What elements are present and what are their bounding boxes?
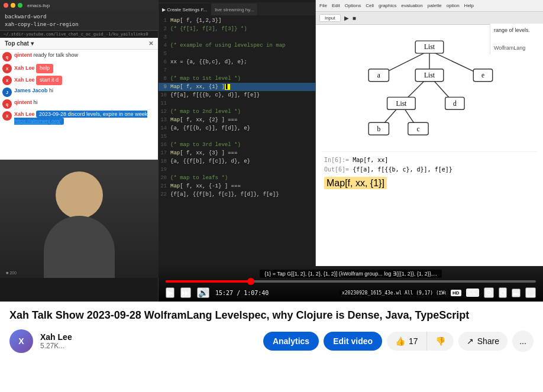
- code-line: 10{f[a], f[{{b, c}, d}], f[e]}: [159, 91, 315, 99]
- chat-username: Xah Lee: [14, 111, 35, 117]
- like-count: 17: [409, 336, 418, 346]
- menu-options[interactable]: Options: [345, 3, 361, 8]
- thumbs-down-icon: 👎: [435, 336, 445, 346]
- emacs-titlebar: emacs-livp: [0, 0, 158, 11]
- toolbar-run-icon[interactable]: ▶: [344, 15, 349, 21]
- left-panel: emacs-livp backward-word xah-copy-line-o…: [0, 0, 159, 302]
- output-out-label: Out[6]= {f[a], f[{{b, c}, d}], f[e]}: [324, 165, 535, 174]
- avatar: q: [2, 52, 12, 61]
- code-line: 14{a, {f[{b, c}], f[d]}, e}: [159, 124, 315, 132]
- quality-badge: HD: [451, 290, 461, 296]
- caption-overlay: {1} = Tap G[{1, 2}, {1, 2}, {1, 2}] (λWo…: [260, 270, 442, 278]
- menu-evaluation[interactable]: evaluation: [401, 3, 422, 8]
- chat-header[interactable]: Top chat ▾ ✕: [0, 38, 158, 50]
- analytics-button[interactable]: Analytics: [263, 332, 319, 351]
- controls-row: ▶ ⏭ 🔊 15:27 / 1:07:40 x20230928_1615_43e…: [166, 287, 536, 298]
- code-line: 7: [159, 66, 315, 74]
- person-face: [56, 171, 103, 219]
- code-line-active: 9Map[ f, xx, {1} ]▌: [159, 83, 315, 91]
- toolbar-input[interactable]: Input: [319, 14, 341, 22]
- menu-graphics[interactable]: graphics: [379, 3, 396, 8]
- code-line: 17Map[ f, xx, {3} ] ===: [159, 149, 315, 157]
- output-highlight-expr: Map[f, xx, {1}]: [324, 177, 387, 189]
- video-title: Xah Talk Show 2023-09-28 WolframLang Lev…: [9, 309, 534, 322]
- play-pause-button[interactable]: ▶: [166, 287, 174, 298]
- avatar: X: [2, 76, 12, 85]
- emacs-title: emacs-livp: [27, 3, 50, 8]
- chat-expand-icon[interactable]: ✕: [148, 40, 153, 47]
- share-button[interactable]: ↗ Share: [458, 332, 508, 351]
- code-line: 6xx = {a, {{b,c}, d}, e};: [159, 58, 315, 66]
- menu-edit[interactable]: Edit: [332, 3, 340, 8]
- code-line: 12(* map to 2nd level *): [159, 108, 315, 116]
- output-highlight-row: Map[f, xx, {1}]: [324, 178, 535, 189]
- captions-button[interactable]: CC: [466, 289, 479, 297]
- chat-message: help: [36, 64, 53, 73]
- share-icon: ↗: [467, 336, 474, 346]
- code-line: 11: [159, 99, 315, 108]
- editor-tabs: ▶ Create Settings F... live streaming hy…: [159, 2, 315, 15]
- menu-help[interactable]: Help: [464, 3, 474, 8]
- list-item: q qintent ready for talk show: [2, 52, 156, 61]
- code-line: 19: [159, 166, 315, 174]
- tab-code[interactable]: ▶ Create Settings F...: [159, 4, 211, 15]
- edit-video-button[interactable]: Edit video: [324, 332, 382, 351]
- avatar: q: [2, 99, 12, 109]
- list-item: q qintent hi: [2, 99, 156, 109]
- code-line: 3: [159, 33, 315, 41]
- menu-palette[interactable]: palette: [428, 3, 442, 8]
- theater-button[interactable]: ▬: [512, 289, 521, 297]
- code-line: 13Map[ f, xx, {2} ] ===: [159, 116, 315, 124]
- menu-option[interactable]: option: [447, 3, 460, 8]
- svg-text:c: c: [416, 125, 419, 132]
- channel-row: X Xah Lee 5.27K... Analytics Edit video …: [9, 329, 534, 353]
- settings-button[interactable]: ⚙: [484, 287, 494, 298]
- channel-avatar[interactable]: X: [9, 329, 33, 353]
- tab-wolfram[interactable]: live streaming hy...: [211, 4, 258, 15]
- code-line: 1Map[ f, {1,2,3}]: [159, 17, 315, 25]
- menu-cell[interactable]: Cell: [366, 3, 374, 8]
- sidebar-range-text: range of levels.: [494, 27, 539, 33]
- person-body: [44, 216, 115, 278]
- channel-name[interactable]: Xah Lee: [40, 332, 72, 342]
- toolbar-stop-icon[interactable]: ■: [353, 15, 356, 21]
- avatar: J: [2, 88, 12, 97]
- video-controls: {1} = Tap G[{1, 2}, {1, 2}, {1, 2}] (λWo…: [159, 265, 543, 302]
- volume-button[interactable]: 🔊: [197, 287, 209, 298]
- chat-username: James Jacob: [14, 88, 48, 93]
- code-line: 8(* map to 1st level *): [159, 74, 315, 83]
- wolfram-notebook: File Edit Options Cell graphics evaluati…: [315, 0, 543, 266]
- svg-text:d: d: [453, 100, 457, 107]
- controls-left: ▶ ⏭ 🔊 15:27 / 1:07:40: [166, 287, 269, 298]
- code-line: 4(* example of using levelspec in map: [159, 41, 315, 50]
- sidebar-brand: WolframLang: [494, 45, 539, 51]
- chat-message: ready for talk show: [34, 52, 79, 58]
- more-options-button[interactable]: ...: [512, 331, 534, 352]
- thumbs-up-icon: 👍: [395, 336, 405, 346]
- chat-username: qintent: [14, 52, 32, 58]
- output-in-label: In[6]:= Map[f, xx]: [324, 155, 535, 165]
- progress-bar[interactable]: [166, 280, 536, 283]
- output-out-code: {f[a], f[{{b, c}, d}], f[e]}: [353, 166, 452, 173]
- emacs-cmd1: backward-word: [5, 13, 153, 21]
- svg-text:List: List: [396, 100, 408, 107]
- avatar: X: [2, 64, 12, 73]
- channel-subscribers: 5.27K...: [40, 342, 72, 350]
- keyboard-label: ■ 200: [6, 271, 17, 275]
- dislike-button[interactable]: 👎: [427, 332, 454, 351]
- code-lines: 1Map[ f, {1,2,3}] 2(* {f[1], f[2], f[3]}…: [159, 15, 315, 264]
- chapter-label: x20230928_1615_43e.wl All (9,17) (ΣWolfr…: [340, 290, 446, 296]
- menu-file[interactable]: File: [319, 3, 327, 8]
- fullscreen-button[interactable]: ⛶: [525, 287, 536, 298]
- next-button[interactable]: ⏭: [180, 287, 191, 298]
- like-button[interactable]: 👍 17: [387, 332, 427, 351]
- wolfram-sidebar: range of levels. WolframLang: [490, 24, 543, 54]
- chat-message: hi: [49, 88, 53, 93]
- progress-fill: [166, 280, 251, 283]
- wolfram-menubar: File Edit Options Cell graphics evaluati…: [316, 0, 543, 12]
- miniplayer-button[interactable]: ⧉: [499, 287, 507, 298]
- video-player[interactable]: emacs-livp backward-word xah-copy-line-o…: [0, 0, 543, 302]
- code-line: 16(* map to 3rd level *): [159, 141, 315, 149]
- code-line: 5: [159, 50, 315, 58]
- progress-dot: [247, 278, 254, 285]
